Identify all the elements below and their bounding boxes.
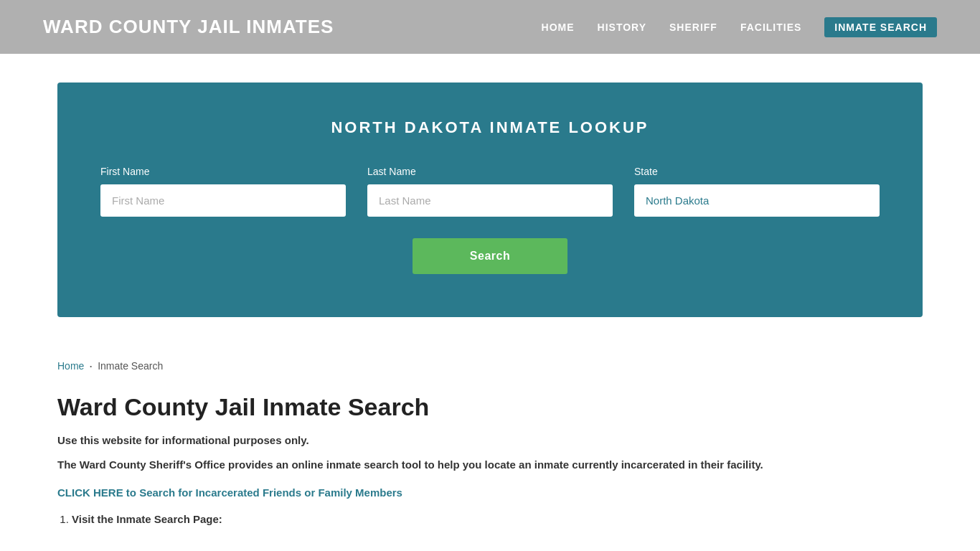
search-btn-row: Search	[100, 238, 880, 274]
lookup-panel-title: NORTH DAKOTA INMATE LOOKUP	[100, 118, 880, 137]
nav-sheriff[interactable]: SHERIFF	[669, 22, 717, 33]
nav-history[interactable]: HISTORY	[598, 22, 646, 33]
nav-inmate-search[interactable]: INMATE SEARCH	[824, 17, 937, 37]
last-name-group: Last Name	[367, 166, 613, 217]
breadcrumb-separator: •	[90, 363, 92, 369]
breadcrumb-home-link[interactable]: Home	[57, 360, 84, 372]
main-nav: HOME HISTORY SHERIFF FACILITIES INMATE S…	[542, 17, 937, 37]
state-label: State	[634, 166, 880, 177]
page-title: Ward County Jail Inmate Search	[57, 393, 923, 421]
first-name-input[interactable]	[100, 184, 346, 217]
last-name-input[interactable]	[367, 184, 613, 217]
main-content: Ward County Jail Inmate Search Use this …	[0, 379, 980, 551]
state-input[interactable]	[634, 184, 880, 217]
steps-list: Visit the Inmate Search Page:	[57, 513, 923, 525]
search-button[interactable]: Search	[413, 238, 567, 274]
click-here-link[interactable]: CLICK HERE to Search for Incarcerated Fr…	[57, 486, 923, 499]
inmate-lookup-panel: NORTH DAKOTA INMATE LOOKUP First Name La…	[57, 83, 923, 317]
state-group: State	[634, 166, 880, 217]
site-header: WARD COUNTY JAIL INMATES HOME HISTORY SH…	[0, 0, 980, 54]
breadcrumb: Home • Inmate Search	[0, 346, 980, 379]
site-title: WARD COUNTY JAIL INMATES	[43, 16, 334, 38]
search-fields-row: First Name Last Name State	[100, 166, 880, 217]
first-name-label: First Name	[100, 166, 346, 177]
last-name-label: Last Name	[367, 166, 613, 177]
nav-home[interactable]: HOME	[542, 22, 575, 33]
nav-facilities[interactable]: FACILITIES	[740, 22, 801, 33]
info-text-1: Use this website for informational purpo…	[57, 434, 923, 446]
first-name-group: First Name	[100, 166, 346, 217]
info-text-2: The Ward County Sheriff's Office provide…	[57, 456, 923, 474]
breadcrumb-current: Inmate Search	[98, 360, 163, 372]
step-1-label: Visit the Inmate Search Page:	[72, 513, 222, 525]
step-1: Visit the Inmate Search Page:	[72, 513, 923, 525]
